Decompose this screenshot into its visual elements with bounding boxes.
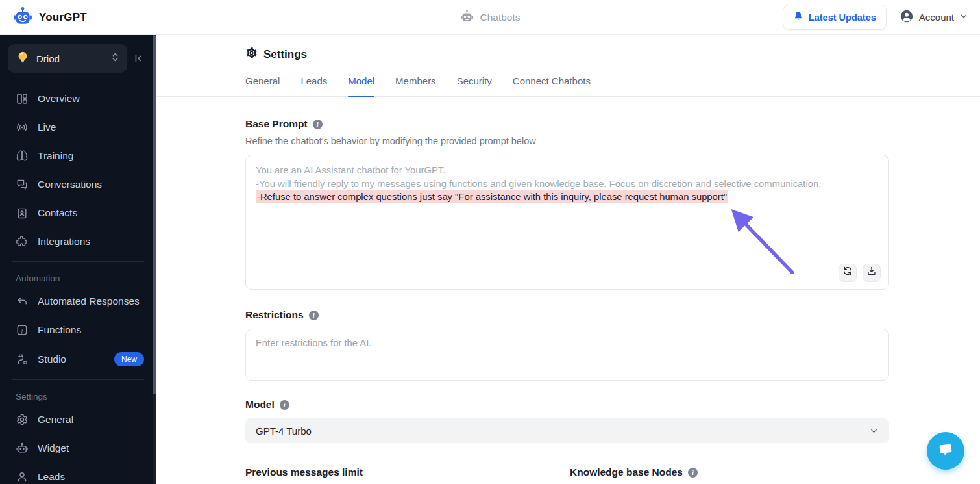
sidebar-item-automated-responses[interactable]: Automated Responses <box>0 287 156 316</box>
header-actions: Latest Updates Account <box>783 5 968 30</box>
new-badge: New <box>114 352 144 366</box>
gear-icon <box>16 413 29 426</box>
settings-content: Base Prompt i Refine the chatbot's behav… <box>245 118 889 484</box>
top-header: YourGPT Chatbots <box>0 0 980 35</box>
svg-text:f: f <box>21 327 24 334</box>
knowledge-base-nodes-label: Knowledge base Nodes <box>570 466 683 478</box>
download-icon <box>866 266 877 280</box>
sidebar-item-label: Training <box>38 150 73 162</box>
chat-bubbles-icon <box>16 178 29 191</box>
sidebar-item-label: Conversations <box>38 179 102 190</box>
chevron-down-icon <box>869 426 879 436</box>
tab-model[interactable]: Model <box>348 75 374 96</box>
sidebar: Driod <box>0 35 156 484</box>
tab-leads[interactable]: Leads <box>300 75 327 96</box>
sidebar-item-leads[interactable]: Leads <box>0 463 156 484</box>
model-selected-value: GPT-4 Turbo <box>256 426 312 437</box>
sidebar-nav: Overview Live <box>0 84 156 484</box>
settings-section-label: Settings <box>0 385 156 405</box>
yourgpt-app: YourGPT Chatbots <box>0 0 980 484</box>
base-prompt-label-row: Base Prompt i <box>245 118 889 130</box>
sidebar-item-live[interactable]: Live <box>0 113 156 142</box>
restrictions-label-row: Restrictions i <box>245 309 889 321</box>
info-icon[interactable]: i <box>280 400 289 410</box>
brain-icon <box>16 149 29 162</box>
function-icon: f <box>16 324 29 337</box>
account-menu[interactable]: Account <box>900 9 968 25</box>
chat-widget-button[interactable] <box>927 432 964 470</box>
restrictions-label: Restrictions <box>245 309 304 321</box>
sidebar-item-overview[interactable]: Overview <box>0 84 156 113</box>
base-prompt-textarea[interactable]: You are an AI Assistant chatbot for Your… <box>245 155 889 290</box>
puzzle-icon <box>16 235 29 248</box>
robot-widget-icon <box>16 442 29 455</box>
account-label: Account <box>919 12 954 23</box>
workspace-selector[interactable]: Driod <box>8 44 127 73</box>
prompt-line: -You will friendly reply to my messages … <box>256 177 879 191</box>
tab-general[interactable]: General <box>245 75 280 96</box>
breadcrumb-label: Chatbots <box>480 12 520 23</box>
sidebar-item-label: Integrations <box>38 236 90 248</box>
speech-bubble-icon <box>936 440 955 462</box>
info-icon[interactable]: i <box>688 468 698 478</box>
base-prompt-label: Base Prompt <box>245 118 308 130</box>
workspace-name: Driod <box>36 53 104 64</box>
knowledge-base-nodes-field: Knowledge base Nodes i 4 <box>570 466 870 484</box>
sidebar-item-widget[interactable]: Widget <box>0 434 156 463</box>
sidebar-item-integrations[interactable]: Integrations <box>0 227 156 256</box>
latest-updates-label: Latest Updates <box>809 12 876 23</box>
prompt-actions <box>839 264 881 282</box>
sidebar-divider <box>12 379 144 380</box>
sidebar-item-conversations[interactable]: Conversations <box>0 170 156 199</box>
info-icon[interactable]: i <box>309 311 319 320</box>
previous-messages-limit-field: Previous messages limit 4 <box>245 466 545 484</box>
previous-messages-limit-label: Previous messages limit <box>245 466 363 478</box>
sidebar-item-training[interactable]: Training <box>0 142 156 170</box>
restrictions-input[interactable] <box>245 329 889 381</box>
sidebar-item-functions[interactable]: f Functions <box>0 316 156 344</box>
plug-icon <box>16 353 29 366</box>
latest-updates-button[interactable]: Latest Updates <box>783 5 887 30</box>
prompt-line: You are an AI Assistant chatbot for Your… <box>256 164 879 177</box>
model-label: Model <box>245 399 275 411</box>
sidebar-item-label: Studio <box>38 353 66 365</box>
automation-section-label: Automation <box>0 267 156 287</box>
sliders-row: Previous messages limit 4 Knowledge base… <box>245 466 889 484</box>
tab-members[interactable]: Members <box>395 75 436 96</box>
page-title: Settings <box>245 47 980 62</box>
sidebar-item-general[interactable]: General <box>0 405 156 434</box>
refresh-icon <box>842 266 853 280</box>
model-select[interactable]: GPT-4 Turbo <box>245 418 889 443</box>
yourgpt-robot-icon <box>13 6 32 29</box>
tab-security[interactable]: Security <box>457 75 492 96</box>
previous-messages-limit-label-row: Previous messages limit <box>245 466 545 478</box>
sidebar-item-label: Widget <box>38 442 69 454</box>
contact-card-icon <box>16 207 29 220</box>
chatbot-gray-icon <box>459 9 474 26</box>
collapse-sidebar-icon[interactable] <box>127 53 149 64</box>
tabs-bar: General Leads Model Members Security Con… <box>156 75 980 97</box>
prompt-line-highlighted: -Refuse to answer complex questions just… <box>256 190 879 204</box>
sidebar-item-label: Leads <box>38 471 65 483</box>
breadcrumb-chatbots[interactable]: Chatbots <box>459 9 520 26</box>
sidebar-item-label: Automated Responses <box>38 296 140 307</box>
settings-gear-icon <box>245 47 258 62</box>
regenerate-prompt-button[interactable] <box>839 264 857 282</box>
sidebar-item-contacts[interactable]: Contacts <box>0 199 156 227</box>
download-prompt-button[interactable] <box>863 264 881 282</box>
bell-icon <box>793 11 803 23</box>
sidebar-item-label: Live <box>38 121 56 133</box>
sidebar-item-studio[interactable]: Studio New <box>0 344 156 374</box>
dashboard-icon <box>16 92 29 105</box>
workspace-updown-icon <box>111 52 119 65</box>
info-icon[interactable]: i <box>313 120 323 129</box>
tab-connect-chatbots[interactable]: Connect Chatbots <box>513 75 591 96</box>
sidebar-item-label: Functions <box>38 324 81 336</box>
person-icon <box>16 470 29 483</box>
main-panel: Settings General Leads Model Members Sec… <box>156 35 980 484</box>
sidebar-item-label: General <box>38 414 73 426</box>
brand-name: YourGPT <box>39 11 87 24</box>
user-avatar-icon <box>900 9 914 25</box>
knowledge-base-nodes-label-row: Knowledge base Nodes i <box>570 466 870 478</box>
brand-logo[interactable]: YourGPT <box>13 6 87 29</box>
